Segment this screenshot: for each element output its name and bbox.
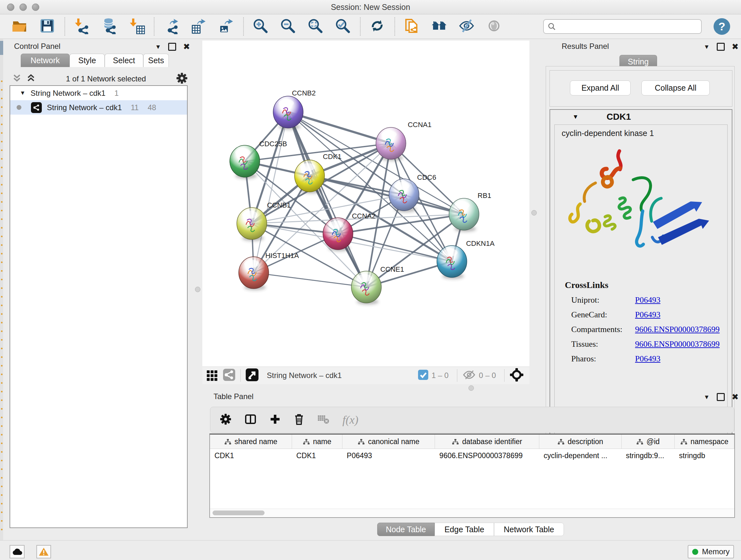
edge-CCNB2-CCNE1[interactable] [288,112,366,287]
network-node-CDKN1A[interactable]: CDKN1A [437,240,495,279]
toolbar-button-zoom-out[interactable] [279,17,297,36]
toolbar-button-export-network[interactable] [162,17,180,36]
trash-button[interactable] [294,414,304,426]
tab-network[interactable]: Network [21,54,70,67]
network-node-RB1[interactable]: RB1 [449,192,491,232]
toolbar-button-folder[interactable] [11,17,29,36]
toolbar-button-documents[interactable] [403,17,421,36]
gene-section-header[interactable]: ▼ CDK1 [550,110,732,124]
tree-expand-icon[interactable]: ▼ [20,90,25,97]
crosslink-link[interactable]: P06493 [635,354,660,364]
edge-CCNB2-HIST1H1A[interactable] [254,112,288,273]
network-node-CDK1[interactable]: CDK1 [294,152,341,193]
tab-style[interactable]: Style [70,54,105,67]
toolbar-button-export-table[interactable] [190,17,207,36]
float-panel-icon[interactable] [168,43,176,51]
crosslink-link[interactable]: P06493 [635,310,660,320]
toolbar-button-export-image[interactable] [217,17,235,36]
collapse-gene-icon[interactable]: ▼ [572,113,579,120]
table-cell[interactable]: cyclin-dependent ... [539,449,622,462]
tab-network-table[interactable]: Network Table [494,523,564,536]
column-header-canonical-name[interactable]: canonical name [342,435,435,449]
collapse-panel-icon[interactable]: ▼ [155,44,161,51]
network-node-CCNB2[interactable]: CCNB2 [273,89,316,130]
column-header-namespace[interactable]: namespace [675,435,734,449]
toolbar-button-eye-slash[interactable] [458,17,475,36]
toolbar-button-import-table[interactable] [128,17,145,36]
table-cell[interactable]: stringdb:9... [621,449,675,462]
edge-CCNB2-CCNA1[interactable] [288,112,391,143]
column-header-database-identifier[interactable]: database identifier [435,435,539,449]
column-header-name[interactable]: name [292,435,342,449]
table-cell[interactable]: P06493 [342,449,435,462]
crosslink-link[interactable]: 9606.ENSP00000378699 [635,325,720,334]
toolbar-button-refresh[interactable] [368,17,386,36]
network-node-CCNA1[interactable]: CCNA1 [376,121,431,161]
column-header-description[interactable]: description [539,435,622,449]
columns-button[interactable] [245,414,256,426]
search-box[interactable] [543,19,702,34]
toolbar-button-zoom-selected[interactable] [334,17,352,36]
table-row[interactable]: CDK1CDK1P064939606.ENSP00000378699cyclin… [210,449,734,462]
network-collection-row[interactable]: ▼ String Network – cdk1 1 [10,86,187,100]
function-builder-button[interactable]: f(x) [342,413,358,427]
table-cell[interactable]: 9606.ENSP00000378699 [435,449,539,462]
expand-all-networks-icon[interactable] [12,73,22,84]
table-cell[interactable]: CDK1 [210,449,292,462]
network-canvas[interactable]: CCNB2 CCNA1 CDC25B CDK1 [202,41,529,384]
crosslink-link[interactable]: 9606.ENSP00000378699 [635,339,720,349]
fit-selection-crosshair-icon[interactable] [510,368,524,383]
bottom-splitter-handle[interactable] [468,385,474,391]
close-panel-icon[interactable]: ✖ [183,42,190,52]
column-header--id[interactable]: @id [621,435,675,449]
tab-node-table[interactable]: Node Table [377,523,434,536]
toolbar-button-zoom-in[interactable] [252,17,269,36]
toolbar-button-import-database[interactable] [100,17,118,36]
warning-button[interactable] [37,545,51,558]
right-splitter-handle[interactable] [531,210,537,215]
collapse-results-icon[interactable]: ▼ [704,44,710,51]
memory-button[interactable]: Memory [688,545,734,558]
tab-sets[interactable]: Sets [143,54,169,67]
network-graph[interactable]: CCNB2 CCNA1 CDC25B CDK1 [202,41,529,367]
float-table-icon[interactable] [717,393,725,401]
cloud-button[interactable] [10,545,24,558]
toolbar-button-zoom-fit[interactable] [307,17,324,36]
gear-button[interactable] [220,414,231,426]
table-cell[interactable]: stringdb [675,449,734,462]
network-row[interactable]: String Network – cdk1 11 48 [10,100,187,115]
selected-checkbox-icon[interactable] [418,370,428,381]
grid-view-icon[interactable] [207,370,217,381]
column-header-shared-name[interactable]: shared name [210,435,292,449]
tab-edge-table[interactable]: Edge Table [434,523,494,536]
expand-all-button[interactable]: Expand All [570,80,630,96]
help-button[interactable]: ? [713,18,731,35]
plus-button[interactable] [270,414,280,426]
crosslink-link[interactable]: P06493 [635,295,660,305]
table-cell[interactable]: CDK1 [292,449,342,462]
table-hscrollbar[interactable] [210,509,734,517]
toolbar-button-eye[interactable] [485,17,503,36]
toolbar-button-floppy[interactable] [38,17,56,36]
share-view-icon[interactable] [223,369,235,382]
tab-string[interactable]: String [619,55,657,67]
collapse-all-networks-icon[interactable] [26,73,36,84]
float-results-icon[interactable] [717,43,725,51]
tab-select[interactable]: Select [105,54,143,67]
search-icon [548,22,556,30]
grid-x-button[interactable] [318,415,329,425]
toolbar-button-import-network[interactable] [73,17,91,36]
collapse-all-button[interactable]: Collapse All [642,80,710,96]
open-in-window-icon[interactable] [246,368,259,382]
close-results-icon[interactable]: ✖ [732,42,739,52]
hscroll-thumb[interactable] [212,510,265,515]
network-node-HIST1H1A[interactable]: HIST1H1A [239,252,299,290]
edge-HIST1H1A-CCNE1[interactable] [254,273,366,287]
search-input[interactable] [556,22,701,31]
toolbar-button-houses[interactable] [430,17,448,36]
collapse-table-icon[interactable]: ▼ [704,394,710,401]
network-options-gear-icon[interactable] [176,72,188,85]
left-splitter-handle[interactable] [195,287,200,292]
hidden-eye-slash-icon[interactable] [462,369,476,381]
close-table-icon[interactable]: ✖ [732,392,739,402]
